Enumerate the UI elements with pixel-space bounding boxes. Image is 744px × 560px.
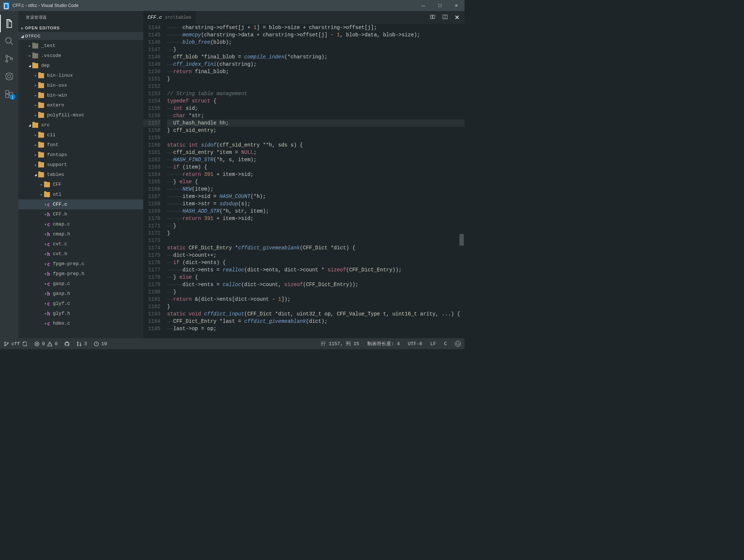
tree-file[interactable]: ⋆hcmap.h [18,229,143,239]
file-icon: ⋆h [44,252,50,257]
tree-file[interactable]: ⋆hfpgm-prep.h [18,269,143,279]
tree-folder[interactable]: ▹bin-win [18,90,143,100]
tree-folder[interactable]: ▹bin-osx [18,80,143,90]
tree-folder[interactable]: ▹font [18,140,143,150]
tree-file[interactable]: ⋆hglyf.h [18,308,143,318]
folder-icon [44,192,50,197]
folder-icon [38,73,44,78]
section-open-editors[interactable]: ▹OPEN EDITORS [18,24,143,32]
folder-icon [38,103,44,108]
language-mode[interactable]: C [444,341,447,347]
feedback-icon[interactable] [455,341,461,347]
workspace-label: OTFCC [25,34,41,38]
tree-file[interactable]: ⋆cCFF.c [18,199,143,209]
branch-name: cff [11,341,20,347]
search-icon[interactable] [0,32,18,50]
minimize-button[interactable]: — [415,0,431,11]
tree-folder[interactable]: ▹polyfill-msvc [18,110,143,120]
tree-folder[interactable]: ▹cli [18,130,143,140]
code-area[interactable]: 1144114511461147114811491150115111521153… [143,24,465,338]
svg-rect-10 [433,15,435,18]
pr-count: 3 [84,341,87,347]
folder-icon [38,113,44,118]
status-problems[interactable]: 0 0 [34,341,58,347]
sync-icon[interactable] [22,341,28,347]
status-github[interactable] [64,341,70,347]
extensions-icon[interactable]: 1 [0,85,18,103]
tree-folder[interactable]: ▹_test [18,41,143,51]
explorer-icon[interactable] [0,15,18,32]
tree-folder[interactable]: ▹extern [18,100,143,110]
tree-file[interactable]: ⋆ccmap.c [18,219,143,229]
tree-label: otl [53,192,61,197]
file-icon: ⋆h [44,232,50,237]
folder-icon [44,182,50,187]
maximize-button[interactable]: ☐ [431,0,448,11]
close-button[interactable]: ✕ [448,0,465,11]
status-pr[interactable]: 3 [76,341,87,347]
tree-file[interactable]: ⋆chdmx.c [18,318,143,328]
folder-icon [32,123,38,128]
tree-label: glyf.h [53,311,70,316]
open-editors-label: OPEN EDITORS [25,26,60,30]
tree-folder[interactable]: ▹CFF [18,180,143,189]
scrollbar-thumb[interactable] [459,234,464,246]
folder-icon [38,162,44,167]
folder-icon [38,172,44,177]
tree-folder[interactable]: ▹support [18,160,143,170]
tab-cff-c[interactable]: CFF.c src\tables [143,11,196,24]
cursor-position[interactable]: 行 1157, 列 15 [321,340,359,347]
window-title: CFF.c - otfcc - Visual Studio Code [12,3,415,8]
tree-folder[interactable]: ▹otl [18,189,143,199]
titlebar: CFF.c - otfcc - Visual Studio Code — ☐ ✕ [0,0,465,11]
tree-label: cmap.h [53,231,70,237]
svg-point-5 [8,75,11,78]
folder-icon [38,133,44,138]
svg-rect-6 [6,90,9,94]
file-icon: ⋆c [44,222,50,227]
svg-point-18 [80,344,81,346]
file-tree[interactable]: ▹_test▹.vscode◢dep▹bin-linux▹bin-osx▹bin… [18,40,143,338]
tab-size[interactable]: 制表符长度: 4 [367,340,400,347]
tree-folder[interactable]: ▹fontops [18,150,143,160]
tree-folder[interactable]: ▹bin-linux [18,71,143,80]
status-issues[interactable]: 10 [94,341,107,347]
tab-name: CFF.c [148,15,162,20]
file-icon: ⋆c [44,281,50,286]
extensions-badge: 1 [10,94,15,100]
tree-file[interactable]: ⋆cfpgm-prep.c [18,259,143,269]
folder-icon [38,83,44,88]
file-icon: ⋆c [44,242,50,247]
tree-folder[interactable]: ▹.vscode [18,51,143,61]
tree-file[interactable]: ⋆hcvt.h [18,249,143,259]
tree-label: gasp.h [53,291,70,296]
folder-icon [38,152,44,158]
folder-icon [38,93,44,98]
eol[interactable]: LF [430,341,436,347]
tree-file[interactable]: ⋆ccvt.c [18,239,143,249]
tree-label: cvt.c [53,241,67,247]
encoding[interactable]: UTF-8 [408,341,422,347]
tree-label: CFF.c [53,202,67,207]
tree-label: bin-osx [47,83,67,88]
close-tab-icon[interactable]: ✕ [455,14,459,21]
split-editor-icon[interactable] [442,14,448,21]
split-compare-icon[interactable] [430,14,436,21]
tree-folder[interactable]: ◢dep [18,61,143,71]
tree-label: src [41,122,50,128]
tree-label: font [47,142,58,148]
tree-file[interactable]: ⋆cgasp.c [18,279,143,289]
tree-label: fontops [47,152,67,158]
section-workspace[interactable]: ◢OTFCC [18,32,143,40]
tree-folder[interactable]: ◢src [18,120,143,130]
git-icon[interactable] [0,50,18,68]
tree-file[interactable]: ⋆hgasp.h [18,289,143,299]
tree-label: polyfill-msvc [47,112,84,118]
status-branch[interactable]: cff [4,341,28,347]
code-content[interactable]: ——→——charstring->offset[j + 1] = blob->s… [167,24,465,338]
svg-point-17 [77,344,78,346]
tree-folder[interactable]: ◢tables [18,170,143,180]
debug-icon[interactable] [0,68,18,85]
tree-file[interactable]: ⋆hCFF.h [18,209,143,219]
tree-file[interactable]: ⋆cglyf.c [18,299,143,308]
